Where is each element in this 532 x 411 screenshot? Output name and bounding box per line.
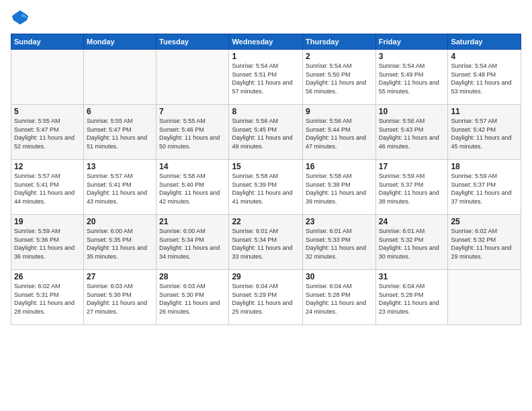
calendar-cell: 28Sunrise: 6:03 AM Sunset: 5:30 PM Dayli… bbox=[157, 270, 229, 325]
calendar-cell: 20Sunrise: 6:00 AM Sunset: 5:35 PM Dayli… bbox=[83, 215, 156, 270]
calendar-cell: 13Sunrise: 5:57 AM Sunset: 5:41 PM Dayli… bbox=[83, 160, 156, 215]
calendar-week-row: 5Sunrise: 5:55 AM Sunset: 5:47 PM Daylig… bbox=[11, 105, 521, 160]
day-number: 29 bbox=[232, 272, 300, 281]
day-number: 20 bbox=[87, 217, 153, 226]
calendar-cell: 24Sunrise: 6:01 AM Sunset: 5:32 PM Dayli… bbox=[375, 215, 448, 270]
calendar-cell: 22Sunrise: 6:01 AM Sunset: 5:34 PM Dayli… bbox=[229, 215, 303, 270]
calendar-cell: 6Sunrise: 5:55 AM Sunset: 5:47 PM Daylig… bbox=[83, 105, 156, 160]
day-info: Sunrise: 5:58 AM Sunset: 5:39 PM Dayligh… bbox=[232, 172, 300, 205]
calendar-cell: 17Sunrise: 5:59 AM Sunset: 5:37 PM Dayli… bbox=[375, 160, 448, 215]
day-info: Sunrise: 5:55 AM Sunset: 5:47 PM Dayligh… bbox=[14, 117, 81, 150]
day-info: Sunrise: 6:04 AM Sunset: 5:28 PM Dayligh… bbox=[379, 282, 445, 316]
day-info: Sunrise: 6:04 AM Sunset: 5:29 PM Dayligh… bbox=[232, 282, 300, 316]
calendar-cell: 31Sunrise: 6:04 AM Sunset: 5:28 PM Dayli… bbox=[375, 270, 448, 325]
calendar-cell: 29Sunrise: 6:04 AM Sunset: 5:29 PM Dayli… bbox=[229, 270, 303, 325]
calendar-cell: 7Sunrise: 5:55 AM Sunset: 5:46 PM Daylig… bbox=[157, 105, 229, 160]
day-number: 23 bbox=[306, 217, 373, 226]
calendar-week-row: 12Sunrise: 5:57 AM Sunset: 5:41 PM Dayli… bbox=[11, 160, 521, 215]
day-number: 17 bbox=[379, 162, 445, 171]
day-info: Sunrise: 6:00 AM Sunset: 5:34 PM Dayligh… bbox=[159, 227, 226, 261]
calendar-cell: 18Sunrise: 5:59 AM Sunset: 5:37 PM Dayli… bbox=[448, 160, 521, 215]
day-number: 24 bbox=[379, 217, 445, 226]
day-number: 1 bbox=[232, 52, 300, 61]
day-number: 21 bbox=[159, 217, 226, 226]
day-info: Sunrise: 6:01 AM Sunset: 5:34 PM Dayligh… bbox=[232, 227, 300, 261]
day-info: Sunrise: 5:57 AM Sunset: 5:41 PM Dayligh… bbox=[14, 172, 81, 205]
day-number: 10 bbox=[379, 107, 445, 116]
day-info: Sunrise: 6:02 AM Sunset: 5:31 PM Dayligh… bbox=[14, 282, 81, 316]
day-info: Sunrise: 5:58 AM Sunset: 5:40 PM Dayligh… bbox=[159, 172, 226, 205]
calendar-week-row: 19Sunrise: 5:59 AM Sunset: 5:36 PM Dayli… bbox=[11, 215, 521, 270]
day-info: Sunrise: 5:58 AM Sunset: 5:38 PM Dayligh… bbox=[306, 172, 373, 205]
calendar-cell: 23Sunrise: 6:01 AM Sunset: 5:33 PM Dayli… bbox=[303, 215, 376, 270]
day-number: 2 bbox=[306, 52, 373, 61]
calendar-cell bbox=[448, 270, 521, 325]
day-number: 9 bbox=[306, 107, 373, 116]
page: SundayMondayTuesdayWednesdayThursdayFrid… bbox=[0, 0, 532, 411]
day-info: Sunrise: 5:57 AM Sunset: 5:41 PM Dayligh… bbox=[87, 172, 153, 205]
calendar-cell: 4Sunrise: 5:54 AM Sunset: 5:48 PM Daylig… bbox=[448, 50, 521, 105]
day-info: Sunrise: 6:00 AM Sunset: 5:35 PM Dayligh… bbox=[87, 227, 153, 261]
day-info: Sunrise: 6:03 AM Sunset: 5:30 PM Dayligh… bbox=[87, 282, 153, 316]
calendar-cell: 12Sunrise: 5:57 AM Sunset: 5:41 PM Dayli… bbox=[11, 160, 84, 215]
calendar-cell: 2Sunrise: 5:54 AM Sunset: 5:50 PM Daylig… bbox=[303, 50, 376, 105]
day-info: Sunrise: 5:54 AM Sunset: 5:51 PM Dayligh… bbox=[232, 62, 300, 95]
day-number: 28 bbox=[159, 272, 226, 281]
calendar-cell bbox=[11, 50, 84, 105]
day-info: Sunrise: 5:57 AM Sunset: 5:42 PM Dayligh… bbox=[451, 117, 518, 150]
calendar-cell: 9Sunrise: 5:56 AM Sunset: 5:44 PM Daylig… bbox=[303, 105, 376, 160]
day-info: Sunrise: 5:56 AM Sunset: 5:44 PM Dayligh… bbox=[306, 117, 373, 150]
day-number: 13 bbox=[87, 162, 153, 171]
weekday-header: Thursday bbox=[303, 34, 376, 50]
day-number: 4 bbox=[451, 52, 518, 61]
calendar-cell: 10Sunrise: 5:56 AM Sunset: 5:43 PM Dayli… bbox=[375, 105, 448, 160]
calendar-cell: 5Sunrise: 5:55 AM Sunset: 5:47 PM Daylig… bbox=[11, 105, 84, 160]
day-info: Sunrise: 5:54 AM Sunset: 5:49 PM Dayligh… bbox=[379, 62, 445, 95]
day-number: 30 bbox=[306, 272, 373, 281]
day-info: Sunrise: 6:01 AM Sunset: 5:33 PM Dayligh… bbox=[306, 227, 373, 261]
weekday-header: Saturday bbox=[448, 34, 521, 50]
day-info: Sunrise: 5:56 AM Sunset: 5:43 PM Dayligh… bbox=[379, 117, 445, 150]
day-number: 7 bbox=[159, 107, 226, 116]
day-info: Sunrise: 5:54 AM Sunset: 5:48 PM Dayligh… bbox=[451, 62, 518, 95]
day-number: 18 bbox=[451, 162, 518, 171]
weekday-header: Friday bbox=[375, 34, 448, 50]
weekday-header: Monday bbox=[83, 34, 156, 50]
logo bbox=[11, 8, 32, 27]
day-number: 22 bbox=[232, 217, 300, 226]
calendar-cell: 8Sunrise: 5:56 AM Sunset: 5:45 PM Daylig… bbox=[229, 105, 303, 160]
day-info: Sunrise: 5:59 AM Sunset: 5:37 PM Dayligh… bbox=[451, 172, 518, 205]
day-number: 3 bbox=[379, 52, 445, 61]
day-number: 5 bbox=[14, 107, 81, 116]
calendar-table: SundayMondayTuesdayWednesdayThursdayFrid… bbox=[11, 34, 521, 325]
day-info: Sunrise: 5:59 AM Sunset: 5:36 PM Dayligh… bbox=[14, 227, 81, 261]
day-number: 6 bbox=[87, 107, 153, 116]
calendar-cell: 11Sunrise: 5:57 AM Sunset: 5:42 PM Dayli… bbox=[448, 105, 521, 160]
day-number: 19 bbox=[14, 217, 81, 226]
weekday-header: Sunday bbox=[11, 34, 84, 50]
day-number: 31 bbox=[379, 272, 445, 281]
header bbox=[11, 8, 521, 27]
calendar-cell bbox=[83, 50, 156, 105]
day-number: 27 bbox=[87, 272, 153, 281]
calendar-cell: 26Sunrise: 6:02 AM Sunset: 5:31 PM Dayli… bbox=[11, 270, 84, 325]
day-number: 15 bbox=[232, 162, 300, 171]
day-info: Sunrise: 6:04 AM Sunset: 5:28 PM Dayligh… bbox=[306, 282, 373, 316]
calendar-cell: 21Sunrise: 6:00 AM Sunset: 5:34 PM Dayli… bbox=[157, 215, 229, 270]
day-info: Sunrise: 5:56 AM Sunset: 5:45 PM Dayligh… bbox=[232, 117, 300, 150]
calendar-cell: 16Sunrise: 5:58 AM Sunset: 5:38 PM Dayli… bbox=[303, 160, 376, 215]
calendar-cell bbox=[157, 50, 229, 105]
day-info: Sunrise: 5:55 AM Sunset: 5:46 PM Dayligh… bbox=[159, 117, 226, 150]
calendar-week-row: 1Sunrise: 5:54 AM Sunset: 5:51 PM Daylig… bbox=[11, 50, 521, 105]
day-number: 14 bbox=[159, 162, 226, 171]
day-info: Sunrise: 5:54 AM Sunset: 5:50 PM Dayligh… bbox=[306, 62, 373, 95]
weekday-header: Tuesday bbox=[157, 34, 229, 50]
day-info: Sunrise: 5:55 AM Sunset: 5:47 PM Dayligh… bbox=[87, 117, 153, 150]
calendar-cell: 1Sunrise: 5:54 AM Sunset: 5:51 PM Daylig… bbox=[229, 50, 303, 105]
day-info: Sunrise: 6:03 AM Sunset: 5:30 PM Dayligh… bbox=[159, 282, 226, 316]
day-number: 12 bbox=[14, 162, 81, 171]
calendar-header-row: SundayMondayTuesdayWednesdayThursdayFrid… bbox=[11, 34, 521, 50]
calendar-cell: 15Sunrise: 5:58 AM Sunset: 5:39 PM Dayli… bbox=[229, 160, 303, 215]
day-number: 11 bbox=[451, 107, 518, 116]
day-number: 25 bbox=[451, 217, 518, 226]
